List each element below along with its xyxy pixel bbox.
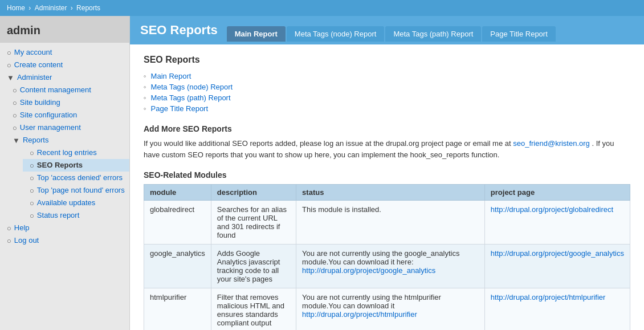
add-more-text: If you would like additional SEO reports… <box>144 138 630 160</box>
sidebar-item-log-out[interactable]: ○ Log out <box>0 234 129 247</box>
project-link[interactable]: http://drupal.org/project/globalredirect <box>491 205 613 214</box>
col-header-description: description <box>211 185 296 201</box>
sidebar-item-available-updates[interactable]: ○ Available updates <box>23 197 129 209</box>
bullet-icon: ○ <box>30 161 34 170</box>
sidebar-item-access-denied[interactable]: ○ Top 'access denied' errors <box>23 172 129 184</box>
top-bar: Home › Administer › Reports <box>0 0 644 16</box>
cell-module: htmlpurifier <box>144 288 211 331</box>
bullet-icon: ▼ <box>7 74 14 82</box>
breadcrumb-home[interactable]: Home <box>7 4 25 12</box>
layout: admin ○ My account ○ Create content ▼ Ad… <box>0 16 644 330</box>
tab-meta-node[interactable]: Meta Tags (node) Report <box>287 26 385 42</box>
link-page-title[interactable]: Page Title Report <box>151 104 208 113</box>
bullet-icon: ○ <box>13 99 17 107</box>
sidebar-item-user-management[interactable]: ○ User management <box>6 121 129 134</box>
add-more-section: Add More SEO Reports If you would like a… <box>144 124 630 160</box>
link-main-report[interactable]: Main Report <box>151 72 191 80</box>
cell-project: http://drupal.org/project/globalredirect <box>484 201 630 245</box>
sidebar-item-my-account[interactable]: ○ My account <box>0 46 129 59</box>
breadcrumb-reports[interactable]: Reports <box>76 4 100 12</box>
list-item: Meta Tags (node) Report <box>144 82 630 92</box>
cell-status: This module is installed. <box>296 201 485 245</box>
bullet-icon: ○ <box>30 149 34 157</box>
report-links-list: Main Report Meta Tags (node) Report Meta… <box>144 71 630 114</box>
sidebar-item-content-management[interactable]: ○ Content management <box>6 84 129 96</box>
list-item: Meta Tags (path) Report <box>144 92 630 103</box>
sidebar-nav: ○ My account ○ Create content ▼ Administ… <box>0 43 129 250</box>
add-more-email-link[interactable]: seo_friend@kristen.org <box>513 139 590 148</box>
bullet-icon: ○ <box>13 111 17 120</box>
sidebar-item-help[interactable]: ○ Help <box>0 222 129 234</box>
cell-description: Adds Google Analytics javascript trackin… <box>211 245 296 288</box>
tab-meta-path[interactable]: Meta Tags (path) Report <box>385 26 481 42</box>
content-section-title: SEO Reports <box>144 55 630 65</box>
sidebar-title: admin <box>0 16 129 43</box>
link-meta-node[interactable]: Meta Tags (node) Report <box>151 83 233 91</box>
breadcrumb: Home › Administer › Reports <box>7 4 100 12</box>
sidebar-item-recent-log[interactable]: ○ Recent log entries <box>23 146 129 159</box>
bullet-icon: ○ <box>7 224 11 233</box>
cell-project: http://drupal.org/project/htmlpurifier <box>484 288 630 331</box>
bullet-icon: ○ <box>7 48 11 57</box>
modules-table: module description status project page g… <box>144 184 630 330</box>
add-more-title: Add More SEO Reports <box>144 124 630 133</box>
status-link[interactable]: http://drupal.org/project/google_analyti… <box>302 266 435 275</box>
table-row: globalredirect Searches for an alias of … <box>144 201 630 245</box>
sidebar-item-seo-reports[interactable]: ○ SEO Reports <box>23 159 129 172</box>
cell-status: You are not currently using the htmlpuri… <box>296 288 485 331</box>
sidebar-item-status-report[interactable]: ○ Status report <box>23 209 129 222</box>
tab-group: Main Report Meta Tags (node) Report Meta… <box>227 26 556 42</box>
status-link[interactable]: http://drupal.org/project/htmlpurifier <box>302 310 417 319</box>
sidebar: admin ○ My account ○ Create content ▼ Ad… <box>0 16 130 330</box>
tab-main-report[interactable]: Main Report <box>227 26 286 42</box>
sidebar-item-administer[interactable]: ▼ Administer <box>0 71 129 84</box>
bullet-icon: ○ <box>13 86 17 95</box>
link-meta-path[interactable]: Meta Tags (path) Report <box>151 93 231 102</box>
cell-description: Searches for an alias of the current URL… <box>211 201 296 245</box>
content-area: SEO Reports Main Report Meta Tags (node)… <box>130 44 644 330</box>
sidebar-item-create-content[interactable]: ○ Create content <box>0 59 129 71</box>
table-row: htmlpurifier Filter that removes malicio… <box>144 288 630 331</box>
bullet-icon: ○ <box>7 237 11 245</box>
table-row: google_analytics Adds Google Analytics j… <box>144 245 630 288</box>
bullet-icon: ○ <box>30 174 34 182</box>
bullet-icon: ▼ <box>13 136 20 145</box>
bullet-icon: ○ <box>7 61 11 70</box>
col-header-module: module <box>144 185 211 201</box>
cell-project: http://drupal.org/project/google_analyti… <box>484 245 630 288</box>
cell-description: Filter that removes malicious HTML and e… <box>211 288 296 331</box>
bullet-icon: ○ <box>30 199 34 207</box>
page-heading: SEO Reports <box>140 23 218 44</box>
tabs-bar: SEO Reports Main Report Meta Tags (node)… <box>130 16 644 44</box>
project-link[interactable]: http://drupal.org/project/google_analyti… <box>491 249 624 258</box>
bullet-icon: ○ <box>30 211 34 220</box>
project-link[interactable]: http://drupal.org/project/htmlpurifier <box>491 293 606 302</box>
list-item: Main Report <box>144 71 630 82</box>
list-item: Page Title Report <box>144 103 630 114</box>
modules-section-title: SEO-Related Modules <box>144 170 630 180</box>
breadcrumb-administer[interactable]: Administer <box>35 4 67 12</box>
sidebar-item-reports[interactable]: ▼ Reports <box>6 134 129 146</box>
sidebar-item-page-not-found[interactable]: ○ Top 'page not found' errors <box>23 184 129 197</box>
tab-page-title[interactable]: Page Title Report <box>482 26 555 42</box>
sidebar-item-site-configuration[interactable]: ○ Site configuration <box>6 109 129 121</box>
col-header-project: project page <box>484 185 630 201</box>
cell-module: google_analytics <box>144 245 211 288</box>
col-header-status: status <box>296 185 485 201</box>
cell-module: globalredirect <box>144 201 211 245</box>
main-content: SEO Reports Main Report Meta Tags (node)… <box>130 16 644 330</box>
bullet-icon: ○ <box>30 186 34 195</box>
sidebar-item-site-building[interactable]: ○ Site building <box>6 96 129 109</box>
bullet-icon: ○ <box>13 124 17 132</box>
cell-status: You are not currently using the google_a… <box>296 245 485 288</box>
